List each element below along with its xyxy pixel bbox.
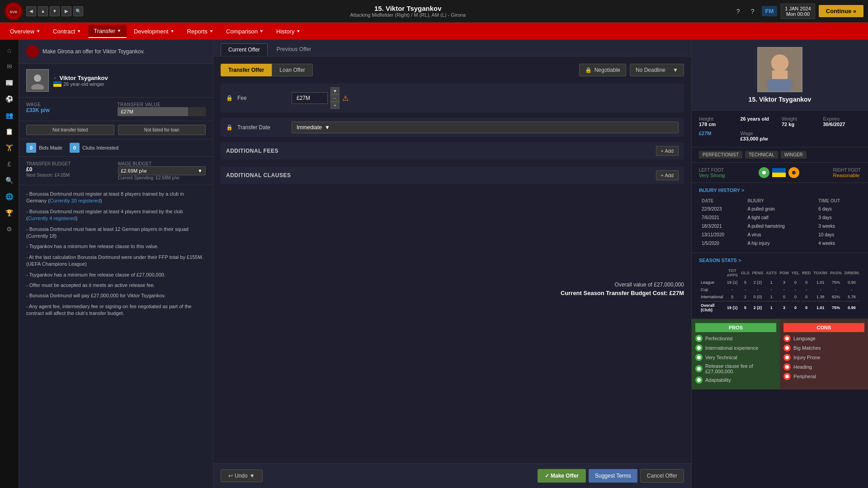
nav-comparison[interactable]: Comparison▼: [221, 25, 269, 38]
add-fee-btn[interactable]: + Add: [656, 146, 679, 156]
sidebar-settings[interactable]: ⚙: [3, 222, 16, 236]
fee-input[interactable]: [292, 92, 328, 104]
clubs-interested-label: Clubs Interested: [82, 145, 118, 150]
transfer-bar: £27M: [118, 107, 206, 116]
cancel-offer-btn[interactable]: Cancel Offer: [640, 469, 684, 483]
help-btn-1[interactable]: ?: [733, 6, 744, 17]
personality-row: PERFECTIONIST TECHNICAL WINGER: [692, 147, 868, 163]
sidebar-mail[interactable]: ✉: [3, 60, 16, 73]
nav-down-btn[interactable]: ▼: [50, 6, 60, 16]
nav-up-btn[interactable]: ▲: [38, 6, 48, 16]
nav-back-btn[interactable]: ◀: [26, 6, 36, 16]
nav-contract[interactable]: Contract▼: [47, 25, 86, 38]
sidebar-finances[interactable]: £: [3, 157, 16, 171]
nav-transfer[interactable]: Transfer▼: [88, 25, 127, 38]
fee-minus-btn[interactable]: −: [330, 94, 340, 102]
fee-row: 🔒 Fee ▼ − + ⚠: [221, 84, 684, 113]
fee-dropdown-btn[interactable]: ▼: [330, 87, 340, 94]
cons-column: CONS Language Big Matches Injury Prone: [780, 319, 868, 389]
con-item-0: Language: [783, 335, 864, 342]
transfer-budget-label: TRANSFER BUDGET: [26, 161, 114, 166]
search-btn[interactable]: 🔍: [73, 6, 83, 16]
personality-2: WINGER: [781, 151, 807, 159]
undo-btn[interactable]: ↩ Undo ▼: [221, 469, 263, 482]
transfer-budget-sub: Next Season: £4.05M: [26, 173, 114, 178]
action-group: ✓ Make Offer Suggest Terms Cancel Offer: [538, 469, 684, 483]
deadline-btn[interactable]: No Deadline ▼: [630, 64, 684, 76]
fm-badge: FM: [762, 6, 778, 16]
personality-0: PERFECTIONIST: [699, 151, 742, 159]
suggest-terms-btn[interactable]: Suggest Terms: [589, 469, 637, 483]
help-btn-2[interactable]: ?: [747, 6, 758, 17]
wage-budget-value[interactable]: £2.69M p/w▼: [118, 166, 206, 175]
transfer-date-label: Transfer Date: [237, 124, 292, 131]
con-dot-2: [783, 354, 791, 361]
sidebar-tactics[interactable]: 📋: [3, 125, 16, 138]
sidebar-cup[interactable]: 🏆: [3, 206, 16, 220]
sidebar-search[interactable]: 🔍: [3, 174, 16, 187]
injury-history-section: INJURY HISTORY > DATE INJURY TIME OUT 22…: [692, 183, 868, 253]
note-1: - Borussia Dortmund must register at lea…: [26, 208, 206, 222]
continue-button[interactable]: Continue »: [819, 5, 863, 17]
note-5: - Tsygankov has a minimum fee release cl…: [26, 272, 206, 278]
bids-made-label: Bids Made: [39, 145, 62, 150]
sidebar-news[interactable]: 📰: [3, 76, 16, 89]
clubs-interested-count: 0: [70, 143, 80, 153]
wage-budget-sub: Current Spending: £2.68M p/w: [118, 175, 206, 180]
note-0: - Borussia Dortmund must register at lea…: [26, 191, 206, 205]
age-value: 26 years old: [741, 116, 778, 122]
season-stats-title[interactable]: SEASON STATS >: [699, 258, 861, 263]
pro-dot-3: [695, 365, 703, 372]
chevron-down-icon: ▼: [325, 124, 330, 131]
nav-forward-btn[interactable]: ▶: [61, 6, 71, 16]
stats-row-cup: Cup - - - - - - - - - -: [700, 286, 860, 293]
value-item: £27M: [699, 131, 737, 141]
sidebar-world[interactable]: 🌐: [3, 190, 16, 203]
left-foot-label: LEFT FOOT: [699, 168, 725, 173]
left-sidebar: ⌂ ✉ 📰 ⚽ 👥 📋 🏋 £ 🔍 🌐 🏆 ⚙: [0, 40, 19, 488]
bottom-actions: ↩ Undo ▼ ✓ Make Offer Suggest Terms Canc…: [213, 463, 691, 488]
value-value: £27M: [699, 131, 737, 136]
tab-current-offer[interactable]: Current Offer: [221, 43, 268, 56]
offer-text: Make Girona an offer for Viktor Tsyganko…: [42, 48, 145, 55]
nav-history[interactable]: History▼: [271, 25, 306, 38]
nav-reports[interactable]: Reports▼: [182, 25, 219, 38]
expires-item: Expires 30/6/2027: [823, 116, 861, 127]
make-offer-btn[interactable]: ✓ Make Offer: [538, 469, 586, 483]
injury-history-title[interactable]: INJURY HISTORY >: [699, 188, 861, 193]
yellow-circle: [788, 167, 799, 178]
note-3: - Tsygankov has a minimum fee release cl…: [26, 243, 206, 250]
not-loan-listed-btn[interactable]: Not listed for loan: [118, 125, 206, 135]
stats-row-league: League 19 (1) 5 2 (2) 1 3 0 0 1.01 75% 0…: [700, 279, 860, 286]
negotiable-btn[interactable]: 🔒 Negotiable: [579, 64, 626, 76]
loan-offer-btn[interactable]: Loan Offer: [272, 64, 312, 76]
player-age: 26 year-old winger: [63, 81, 104, 87]
sidebar-home[interactable]: ⌂: [3, 43, 16, 57]
tab-previous-offer[interactable]: Previous Offer: [269, 43, 318, 56]
not-transfer-listed-btn[interactable]: Not transfer listed: [26, 125, 114, 135]
fee-controls: ▼ − +: [330, 87, 340, 109]
wage-budget-section: WAGE BUDGET £2.69M p/w▼ Current Spending…: [118, 161, 206, 180]
transfer-date-select[interactable]: Immediate ▼: [292, 122, 679, 133]
nav-arrows: ◀ ▲ ▼ ▶ 🔍: [26, 6, 83, 16]
pros-cons-section: PROS Perfectionist International experie…: [692, 319, 868, 389]
date-display: 1 JAN 2024 Mon 00:00: [781, 4, 815, 19]
sidebar-squad[interactable]: 👥: [3, 108, 16, 122]
svg-point-2: [34, 75, 41, 82]
transfer-offer-btn[interactable]: Transfer Offer: [221, 64, 272, 76]
sidebar-training[interactable]: 🏋: [3, 141, 16, 155]
sidebar-transfers[interactable]: ⚽: [3, 92, 16, 106]
right-panel: 15. Viktor Tsygankov Height 178 cm 26 ye…: [692, 40, 868, 488]
club-logo: BVB: [5, 2, 23, 20]
stats-grid: WAGE £33K p/w TRANSFER VALUE £27M: [19, 98, 213, 121]
right-foot: RIGHT FOOT Reasonable: [833, 168, 861, 178]
add-clause-btn[interactable]: + Add: [656, 170, 679, 180]
nav-overview[interactable]: Overview▼: [5, 25, 46, 38]
svg-point-3: [31, 84, 44, 89]
nav-development[interactable]: Development▼: [128, 25, 180, 38]
bids-made-item: 0 Bids Made: [26, 143, 62, 153]
fee-plus-btn[interactable]: +: [330, 102, 340, 109]
wage-item-right: Wage £33,000 p/w: [741, 131, 778, 141]
weight-value: 72 kg: [782, 122, 820, 127]
stats-row-overall: Overall (Club) 19 (1) 5 2 (2) 1 3 0 0 1.…: [700, 301, 860, 313]
